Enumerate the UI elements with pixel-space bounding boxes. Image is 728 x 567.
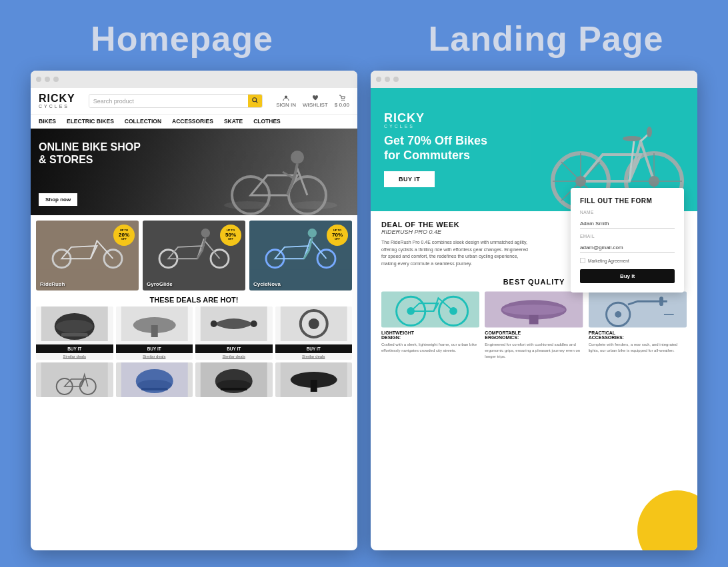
wishlist-label: WISHLIST xyxy=(303,102,328,108)
deal-img2-0 xyxy=(36,362,113,397)
svg-point-58 xyxy=(623,136,641,141)
deal-img2-3 xyxy=(275,362,353,397)
browser-dot-5 xyxy=(385,77,390,82)
svg-point-29 xyxy=(211,320,217,327)
svg-point-4 xyxy=(343,99,345,101)
hp-deals-title: THESE DEALS ARE HOT! xyxy=(31,293,357,306)
search-input[interactable] xyxy=(89,95,248,107)
lp-quality-grid: LIGHTWEIGHT DESIGN: Crafted with a sleek… xyxy=(381,291,687,360)
quality-img-1 xyxy=(485,291,583,328)
hp-logo: RICKY CYCLES xyxy=(39,93,75,109)
buy-it-button-1[interactable]: BUY IT xyxy=(116,344,193,353)
homepage-title: Homepage xyxy=(0,7,364,65)
lp-logo-cycles: CYCLES xyxy=(384,124,487,129)
white-arc-decoration xyxy=(604,470,644,510)
lp-email-label: EMAIL xyxy=(580,234,675,239)
hp-search-bar[interactable] xyxy=(89,94,263,108)
deal-card-3[interactable]: BUY IT Similar deals xyxy=(275,306,353,360)
lp-hero-text-block: RICKY CYCLES Get 70% Off Bikes for Commu… xyxy=(371,99,501,200)
sign-in-label: SIGN IN xyxy=(276,102,296,108)
svg-rect-47 xyxy=(310,380,317,392)
sign-in-icon-item[interactable]: SIGN IN xyxy=(276,95,296,108)
product-name-0: RideRush xyxy=(40,281,65,287)
nav-skate[interactable]: SKATE xyxy=(224,118,243,125)
lp-form-submit-button[interactable]: Buy It xyxy=(580,269,675,283)
browser-dot-6 xyxy=(393,77,399,82)
svg-rect-34 xyxy=(41,362,108,397)
svg-point-16 xyxy=(201,229,210,237)
search-button[interactable] xyxy=(248,95,262,107)
lp-checkbox-label: Marketing Agreement xyxy=(588,259,629,263)
similar-deals-link-2[interactable]: Similar deals xyxy=(195,353,273,360)
lp-form-title: FILL OUT THE FORM xyxy=(580,197,675,205)
nav-electric[interactable]: ELECTRIC BIKES xyxy=(67,118,114,125)
quality-text-0: Crafted with a sleek, lightweight frame,… xyxy=(381,342,479,354)
deal-img-1 xyxy=(116,306,193,341)
hero-bike-illustration xyxy=(211,132,344,215)
yellow-decoration xyxy=(637,490,697,550)
hp-logo-cycles: CYCLES xyxy=(39,104,75,109)
browser-bar-landing xyxy=(371,71,697,88)
hp-hero-text: ONLINE BIKE SHOP & STORES xyxy=(39,141,141,166)
browser-dot-1 xyxy=(36,77,41,82)
svg-rect-75 xyxy=(659,296,663,306)
cart-icon-item[interactable]: $ 0.00 xyxy=(335,95,349,108)
lp-hero-heading: Get 70% Off Bikes for Commuters xyxy=(384,134,487,163)
similar-deals-link-0[interactable]: Similar deals xyxy=(36,353,113,360)
lp-logo-ricky: RICKY xyxy=(384,112,487,124)
product-card-riderush[interactable]: UP TO 20% OFF RideRush xyxy=(36,221,139,290)
hp-header: RICKY CYCLES SIGN IN WISH xyxy=(31,88,357,115)
svg-point-33 xyxy=(308,318,319,329)
wishlist-icon-item[interactable]: WISHLIST xyxy=(303,95,328,108)
lp-buy-it-button[interactable]: BUY IT xyxy=(384,171,435,187)
product-card-gyroglide[interactable]: UP TO 50% OFF GyroGlide xyxy=(143,221,245,290)
quality-img-0 xyxy=(381,291,479,328)
shop-now-button[interactable]: Shop now xyxy=(39,193,77,206)
nav-collection[interactable]: COLLECTION xyxy=(125,118,161,125)
nav-clothes[interactable]: CLOTHES xyxy=(253,118,281,125)
quality-text-2: Complete with fenders, a rear rack, and … xyxy=(589,342,687,354)
similar-deals-link-1[interactable]: Similar deals xyxy=(116,353,193,360)
cart-icon xyxy=(339,95,345,101)
svg-point-23 xyxy=(56,320,93,333)
product-card-cyclenova[interactable]: UP TO 70% OFF CycleNova xyxy=(249,221,352,290)
quality-card-1: COMFORTABLE ERGONOMICS: Engineered for c… xyxy=(485,291,583,360)
svg-rect-72 xyxy=(589,291,687,327)
landing-window: RICKY CYCLES Get 70% Off Bikes for Commu… xyxy=(371,71,697,550)
quality-heading-0: LIGHTWEIGHT DESIGN: xyxy=(381,330,479,340)
lp-name-input[interactable] xyxy=(580,219,675,229)
hp-nav: BIKES ELECTRIC BIKES COLLECTION ACCESSOR… xyxy=(31,115,357,129)
buy-it-button-2[interactable]: BUY IT xyxy=(195,344,273,353)
product-name-2: CycleNova xyxy=(253,281,281,287)
deal-card-2[interactable]: BUY IT Similar deals xyxy=(195,306,273,360)
landing-content: RICKY CYCLES Get 70% Off Bikes for Commu… xyxy=(371,88,697,550)
deal-card-0[interactable]: BUY IT Similar deals xyxy=(36,306,113,360)
product-badge-1: UP TO 50% OFF xyxy=(220,225,241,246)
product-badge-0: UP TO 20% OFF xyxy=(113,225,135,246)
deal-img-0 xyxy=(36,306,113,341)
deal-card-1[interactable]: BUY IT Similar deals xyxy=(116,306,193,360)
svg-point-71 xyxy=(503,304,565,315)
lp-form-card: FILL OUT THE FORM NAME EMAIL Marketing A… xyxy=(571,188,684,292)
buy-it-button-0[interactable]: BUY IT xyxy=(36,344,113,353)
landing-title: Landing Page xyxy=(364,7,728,65)
hp-products-row: UP TO 20% OFF RideRush xyxy=(31,215,357,293)
marketing-checkbox[interactable] xyxy=(580,258,585,263)
buy-it-button-3[interactable]: BUY IT xyxy=(275,344,353,353)
hp-hero: ONLINE BIKE SHOP & STORES Shop now xyxy=(31,129,357,215)
user-icon xyxy=(283,95,289,101)
browser-dot-3 xyxy=(53,77,59,82)
quality-img-2 xyxy=(589,291,687,328)
deal-img-3 xyxy=(275,306,353,341)
homepage-content: RICKY CYCLES SIGN IN WISH xyxy=(31,88,357,550)
nav-accessories[interactable]: ACCESSORIES xyxy=(172,118,213,125)
svg-point-0 xyxy=(253,98,257,102)
nav-bikes[interactable]: BIKES xyxy=(39,118,56,125)
deal-img2-1 xyxy=(116,362,193,397)
similar-deals-link-3[interactable]: Similar deals xyxy=(275,353,353,360)
search-icon xyxy=(252,97,258,103)
quality-heading-2: PRACTICAL ACCESSORIES: xyxy=(589,330,687,340)
svg-point-9 xyxy=(291,151,304,164)
svg-point-3 xyxy=(341,99,343,101)
lp-email-input[interactable] xyxy=(580,243,675,253)
